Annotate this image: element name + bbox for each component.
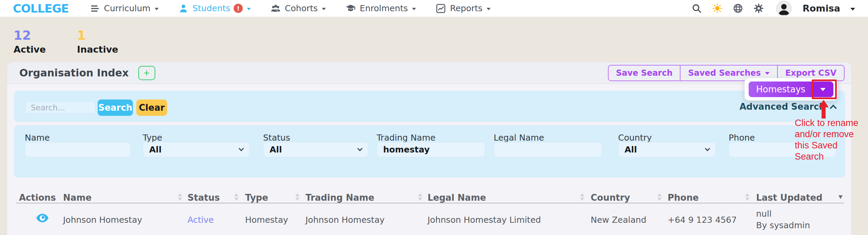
- stats-summary: 12 Active 1 Inactive: [14, 29, 118, 55]
- cohorts-icon: [271, 3, 281, 14]
- chart-icon: [436, 3, 446, 14]
- organisation-index-card: Organisation Index + Save Search Saved S…: [7, 62, 852, 235]
- nav-item-enrolments[interactable]: Enrolments: [346, 3, 416, 14]
- sort-icon[interactable]: [580, 193, 584, 201]
- cell-legal-name: Johnson Homestay Limited: [428, 215, 541, 225]
- sun-icon[interactable]: [712, 3, 723, 14]
- annotation-line: and/or remove: [795, 129, 868, 140]
- nav-item-cohorts[interactable]: Cohorts: [271, 3, 326, 14]
- search-icon[interactable]: [691, 3, 702, 14]
- save-search-button[interactable]: Save Search: [608, 65, 681, 81]
- sort-desc-icon[interactable]: [839, 195, 843, 199]
- filter-label: Type: [143, 133, 162, 143]
- filter-label: Phone: [729, 133, 755, 143]
- nav-item-students[interactable]: Students !: [178, 3, 251, 14]
- column-header-phone[interactable]: Phone: [668, 193, 699, 203]
- gear-icon[interactable]: [753, 3, 764, 14]
- filter-label: Trading Name: [377, 133, 435, 143]
- selected-value: All: [625, 145, 637, 155]
- column-header-status[interactable]: Status: [188, 193, 220, 203]
- annotation-arrow-shaft: [822, 106, 826, 119]
- last-updated-value: null: [756, 208, 810, 220]
- sort-icon[interactable]: [295, 193, 299, 201]
- add-organisation-button[interactable]: +: [138, 66, 155, 80]
- chevron-down-icon: [765, 72, 770, 75]
- legal-name-filter-input[interactable]: [494, 142, 602, 157]
- search-button[interactable]: Search: [98, 100, 133, 116]
- logo[interactable]: COLLEGE: [13, 2, 69, 15]
- chevron-down-icon: [322, 8, 326, 10]
- trading-name-filter-input[interactable]: [377, 142, 485, 157]
- nav-item-curriculum[interactable]: Curriculum: [90, 3, 159, 14]
- column-header-country[interactable]: Country: [591, 193, 630, 203]
- column-header-name[interactable]: Name: [63, 193, 92, 203]
- selected-value: All: [270, 145, 282, 155]
- username[interactable]: Romisa: [803, 3, 840, 14]
- table-header-divider: [16, 203, 844, 203]
- stat-inactive-value: 1: [77, 29, 118, 42]
- alert-badge: !: [234, 4, 243, 13]
- nav-label: Curriculum: [104, 3, 151, 13]
- stat-inactive: 1 Inactive: [77, 29, 118, 55]
- stat-active: 12 Active: [14, 29, 46, 55]
- menu-icon: [90, 3, 100, 14]
- sort-icon[interactable]: [178, 193, 182, 201]
- column-header-type[interactable]: Type: [245, 193, 268, 203]
- column-header-last-updated[interactable]: Last Updated: [756, 193, 823, 203]
- search-input[interactable]: [25, 101, 95, 114]
- type-filter-select[interactable]: All: [143, 142, 250, 157]
- filter-label: Country: [618, 133, 652, 143]
- saved-search-name[interactable]: Homestays: [749, 82, 812, 97]
- cell-name: Johnson Homestay: [63, 215, 142, 225]
- filters-panel: Name Type All Status All Trading Name: [14, 125, 845, 178]
- selected-value: All: [149, 145, 162, 155]
- top-navbar: COLLEGE Curriculum Students ! Cohorts En…: [0, 0, 868, 17]
- annotation-line: this Saved Search: [795, 140, 868, 162]
- sort-icon[interactable]: [745, 193, 749, 201]
- column-header-actions: Actions: [19, 193, 56, 203]
- chevron-up-icon: [830, 105, 837, 112]
- stat-active-value: 12: [14, 29, 46, 42]
- globe-icon[interactable]: [733, 3, 743, 14]
- eye-icon: [36, 213, 49, 223]
- chevron-down-icon: [705, 146, 710, 151]
- stat-active-label: Active: [14, 44, 46, 55]
- column-header-trading-name[interactable]: Trading Name: [305, 193, 374, 203]
- nav-label: Reports: [450, 3, 482, 13]
- chevron-down-icon: [412, 8, 416, 10]
- nav-item-reports[interactable]: Reports: [436, 3, 491, 14]
- view-organisation-button[interactable]: [36, 213, 49, 224]
- cell-country: New Zealand: [591, 215, 646, 225]
- student-icon: [178, 3, 189, 14]
- annotation-highlight-box: [812, 79, 837, 99]
- cell-status[interactable]: Active: [188, 215, 214, 225]
- annotation-text: Click to rename and/or remove this Saved…: [795, 118, 868, 162]
- filter-label: Name: [25, 133, 50, 143]
- chevron-down-icon[interactable]: [850, 8, 855, 11]
- clear-button[interactable]: Clear: [136, 100, 167, 116]
- advanced-search-label: Advanced Search: [739, 102, 825, 112]
- chevron-down-icon: [247, 8, 251, 10]
- column-header-legal-name[interactable]: Legal Name: [428, 193, 486, 203]
- nav-label: Enrolments: [360, 3, 408, 13]
- annotation-line: Click to rename: [795, 118, 868, 129]
- cell-last-updated: null By sysadmin: [756, 208, 810, 231]
- filter-label: Legal Name: [494, 133, 544, 143]
- name-filter-input[interactable]: [25, 142, 131, 157]
- page-title: Organisation Index: [19, 67, 129, 79]
- country-filter-select[interactable]: All: [618, 142, 716, 157]
- sort-icon[interactable]: [657, 193, 662, 201]
- stat-inactive-label: Inactive: [77, 44, 118, 55]
- cell-trading-name: Johnson Homestay: [305, 215, 384, 225]
- graduation-cap-icon: [346, 3, 356, 14]
- status-filter-select[interactable]: All: [263, 142, 368, 157]
- card-header: Organisation Index + Save Search Saved S…: [7, 62, 851, 84]
- chevron-down-icon: [239, 146, 244, 151]
- nav-label: Cohorts: [285, 3, 318, 13]
- sort-icon[interactable]: [234, 193, 238, 201]
- sort-icon[interactable]: [418, 193, 422, 201]
- filter-label: Status: [263, 133, 290, 143]
- app-root: COLLEGE Curriculum Students ! Cohorts En…: [0, 0, 868, 235]
- chevron-down-icon: [155, 8, 159, 10]
- avatar[interactable]: [776, 1, 792, 16]
